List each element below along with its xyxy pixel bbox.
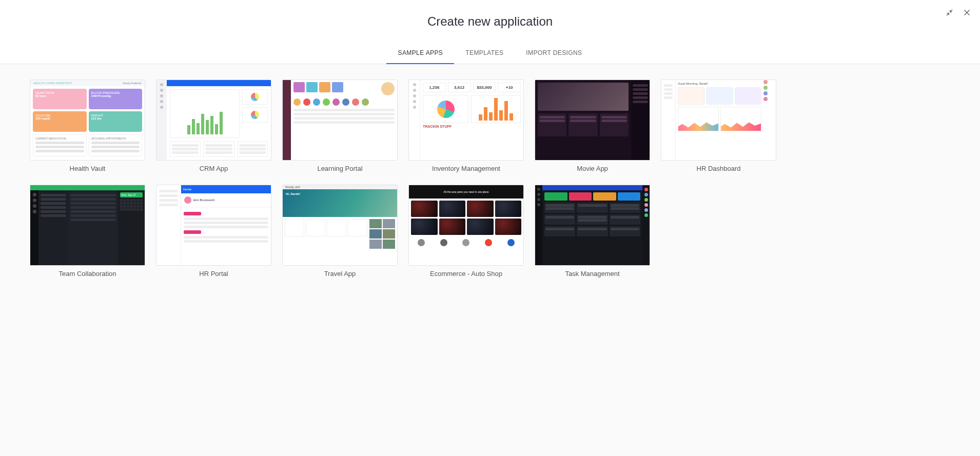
app-thumb: TRAVEL APP Hi, Sarah! (282, 185, 398, 266)
app-label: Task Management (565, 270, 619, 277)
app-thumb (282, 80, 398, 161)
app-card-hr-dashboard[interactable]: Good Morning, Sarah! HR Dashboard (661, 80, 776, 172)
app-card-ecommerce-auto-shop[interactable]: All the auto parts you need in one place… (408, 185, 524, 277)
app-label: Ecommerce - Auto Shop (430, 270, 502, 277)
thumb-user: Sandy Anderson (123, 82, 142, 85)
minimize-icon[interactable] (944, 7, 954, 17)
app-card-travel-app[interactable]: TRAVEL APP Hi, Sarah! (282, 185, 398, 277)
app-label: Learning Portal (317, 165, 362, 172)
app-label: Health Vault (70, 165, 106, 172)
app-thumb (156, 80, 271, 161)
app-label: HR Dashboard (697, 165, 741, 172)
app-card-inventory-management[interactable]: 1,236 3,612 $33,000 +10 (408, 80, 524, 172)
app-label: Movie App (577, 165, 608, 172)
app-thumb: All the auto parts you need in one place (408, 185, 524, 266)
app-thumb (535, 185, 650, 266)
app-thumb (535, 80, 650, 161)
app-label: HR Portal (199, 270, 228, 277)
modal-title: Create new application (0, 14, 980, 29)
app-thumb: Home Erin Brockovich (156, 185, 271, 266)
tabs: SAMPLE APPS TEMPLATES IMPORT DESIGNS (0, 43, 980, 64)
app-card-movie-app[interactable]: Movie App (535, 80, 650, 172)
app-label: Team Collaboration (58, 270, 116, 277)
app-card-health-vault[interactable]: HEALTH CARE ASSISTANT Sandy Anderson HEA… (30, 80, 145, 172)
app-card-crm-app[interactable]: CRM App (156, 80, 271, 172)
app-thumb: Wed, Sep 27 (30, 185, 145, 266)
svg-line-0 (950, 9, 952, 11)
svg-line-1 (946, 13, 948, 15)
app-card-task-management[interactable]: Task Management (535, 185, 650, 277)
app-label: CRM App (200, 165, 228, 172)
app-card-team-collaboration[interactable]: Wed, Sep 27 Team Collaboration (30, 185, 145, 277)
content-area: HEALTH CARE ASSISTANT Sandy Anderson HEA… (0, 64, 980, 456)
app-thumb: Good Morning, Sarah! (661, 80, 776, 161)
app-thumb: HEALTH CARE ASSISTANT Sandy Anderson HEA… (30, 80, 145, 161)
app-label: Inventory Management (432, 165, 500, 172)
tab-sample-apps[interactable]: SAMPLE APPS (386, 43, 454, 64)
app-card-learning-portal[interactable]: Learning Portal (282, 80, 398, 172)
thumb-brand: HEALTH CARE ASSISTANT (33, 82, 72, 85)
tab-import-designs[interactable]: IMPORT DESIGNS (515, 43, 593, 64)
tab-templates[interactable]: TEMPLATES (454, 43, 515, 64)
app-thumb: 1,236 3,612 $33,000 +10 (408, 80, 524, 161)
app-card-hr-portal[interactable]: Home Erin Brockovich HR Portal (156, 185, 271, 277)
close-icon[interactable] (962, 7, 972, 17)
app-label: Travel App (324, 270, 356, 277)
